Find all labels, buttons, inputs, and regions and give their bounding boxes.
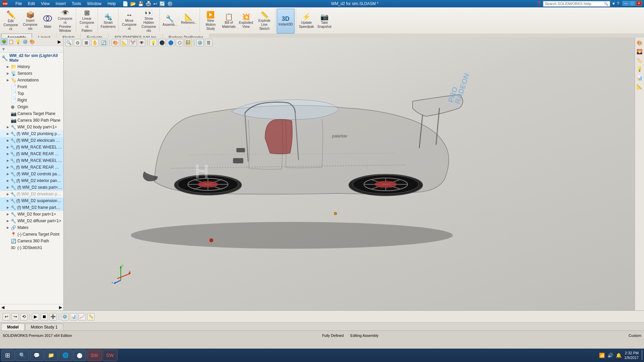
tree-item-seats[interactable]: ▶ 🔧 (f) WM_D2 seats part<1> — [0, 184, 63, 191]
filter-icon[interactable]: ▼ — [1, 47, 6, 52]
assembly-button[interactable]: 🔧 Assemb... — [161, 9, 178, 34]
move-component-button[interactable]: ↔️ MoveComponent — [120, 9, 139, 34]
search-taskbar-button[interactable]: 🔍 — [15, 350, 29, 361]
perspective-button[interactable]: ⬡ — [176, 39, 183, 46]
rebuild-icon[interactable]: 🔄 — [159, 1, 165, 6]
shadows-button[interactable]: 🌑 — [158, 39, 166, 46]
realview-button[interactable]: 💡 — [150, 39, 157, 46]
tree-item-annotations[interactable]: ▶ 🏷️ Annotations — [0, 77, 63, 83]
ambient-occlusion-button[interactable]: 🔵 — [167, 39, 174, 46]
dim-xpert-tab[interactable]: ⚙️ — [22, 38, 29, 45]
tree-item-frame[interactable]: ▶ 🔧 (f) WM_D2 frame part<1> — [0, 204, 63, 211]
bill-of-materials-button[interactable]: 📋 Bill ofMaterials — [221, 9, 237, 34]
tree-item-body[interactable]: ▶ 🔧 WM_D2 body part<1> — [0, 124, 63, 130]
render-tools-button[interactable]: ⚙️ — [196, 39, 204, 46]
tree-item-wheel-front-1[interactable]: ▶ 🔧 (f) WM_RACE WHEEL FRONT — [0, 144, 63, 150]
display-manager-tab[interactable]: 🎨 — [29, 38, 36, 45]
tree-item-suspension[interactable]: ▶ 🔧 (f) WM_D2 suspension part< — [0, 197, 63, 204]
tree-item-origin[interactable]: ⊕ Origin — [0, 104, 63, 110]
cmd-play[interactable]: ▶ — [32, 313, 39, 320]
notification-icon[interactable]: 🔔 — [616, 353, 622, 358]
menu-item-tools[interactable]: Tools — [70, 1, 83, 7]
tab-model[interactable]: Model — [1, 323, 24, 330]
render-tools-rp-button[interactable]: 💡 — [636, 65, 644, 73]
reference-button[interactable]: 📐 Referenc... — [179, 9, 198, 34]
mate-button[interactable]: Mate — [40, 9, 55, 34]
tree-item-interior[interactable]: ▶ 🔧 (f) WM_D2 interior panels pa — [0, 177, 63, 184]
tree-item-electricals[interactable]: ▶ 🔧 (f) WM_D2 electricals part<1 — [0, 137, 63, 144]
maximize-button[interactable]: □ — [629, 1, 635, 6]
solidworks-taskbar-button-1[interactable]: SW — [87, 350, 102, 361]
tree-item-3dsketch[interactable]: 3D (-) 3DSketch1 — [0, 244, 63, 251]
cmd-stop[interactable]: ⏹ — [41, 313, 48, 320]
tree-item-diffuser[interactable]: ▶ 🔧 WM_D2 diffuser part<1> — [0, 218, 63, 224]
cmd-table[interactable]: 📊 — [70, 313, 77, 320]
display-style-button[interactable]: 🎨 — [112, 39, 119, 46]
cmd-ruler[interactable]: 📏 — [87, 313, 95, 320]
file-explorer-button[interactable]: 📁 — [44, 350, 58, 361]
explode-line-sketch-button[interactable]: 📏 ExplodeLine Sketch — [255, 9, 274, 34]
menu-item-file[interactable]: File — [13, 1, 24, 7]
tree-item-history[interactable]: ▶ 📁 History — [0, 63, 63, 70]
tree-item-top[interactable]: 📄 Top — [0, 90, 63, 97]
assembly-root-title[interactable]: 🔧 WM_d2 for sim (Light<All Mate — [0, 53, 63, 63]
more-views-button[interactable]: ☰ — [205, 39, 212, 46]
smart-fasteners-button[interactable]: 🔩 SmartFasteners — [99, 9, 117, 34]
tree-item-sensors[interactable]: ▶ 📡 Sensors — [0, 70, 63, 77]
cartoon-button[interactable]: 🖼️ — [184, 39, 192, 46]
start-button[interactable]: ⊞ — [1, 350, 15, 361]
menu-item-edit[interactable]: Edit — [26, 1, 37, 7]
tree-item-camera-target-point[interactable]: 📍 (-) Camera Target Point — [0, 231, 63, 238]
tree-item-camera-360[interactable]: 📷 Camera 360 Path Plane — [0, 117, 63, 124]
menu-item-window[interactable]: Window — [85, 1, 104, 7]
instant3d-button[interactable]: 3D Instant3D — [277, 9, 294, 34]
help-button[interactable]: ? — [617, 1, 619, 6]
tab-motion-study[interactable]: Motion Study 1 — [25, 323, 63, 330]
minimize-button[interactable]: — — [623, 1, 629, 6]
view-orientation-button[interactable]: 📐 — [120, 39, 128, 46]
volume-icon[interactable]: 🔊 — [607, 353, 613, 358]
network-icon[interactable]: 📶 — [599, 353, 605, 358]
exploded-view-button[interactable]: 💥 ExplodedView — [238, 9, 255, 34]
insert-components-button[interactable]: 📦 InsertComponents — [21, 9, 40, 34]
scene-button[interactable]: 🌄 — [636, 48, 644, 56]
hide-show-items-button[interactable]: 👁️ — [138, 39, 145, 46]
display-states-button[interactable]: 📊 — [636, 74, 644, 82]
tree-item-camera-target-plane[interactable]: 📷 Camera Target Plane — [0, 110, 63, 117]
scroll-left-icon[interactable]: ◀ — [1, 305, 4, 310]
tree-item-drivetrain[interactable]: ▶ 🔧 (f) WM_D2 drivetrain part<1 — [0, 191, 63, 197]
new-motion-study-button[interactable]: ▶️ New MotionStudy — [201, 9, 220, 34]
undo-icon[interactable]: ↩ — [153, 1, 157, 6]
edge-browser-button[interactable]: 🌐 — [59, 350, 72, 361]
cmd-redo[interactable]: ↪ — [11, 313, 19, 320]
decals-button[interactable]: 🏷️ — [636, 56, 644, 64]
component-preview-button[interactable]: 👁️ ComponentPreviewWindow — [56, 9, 74, 34]
new-icon[interactable]: 📄 — [122, 1, 128, 6]
expand-sidebar[interactable]: ▶ — [56, 38, 63, 45]
tree-item-mates[interactable]: ▶ 🔗 Mates — [0, 224, 63, 231]
open-icon[interactable]: 📂 — [130, 1, 136, 6]
3d-viewport[interactable]: 🔍 ⊙ ⊞ ✋ 🔄 🎨 📐 ✂️ 👁️ 💡 🌑 🔵 ⬡ 🖼️ ⚙️ ☰ — [64, 38, 635, 310]
cmd-chart[interactable]: 📈 — [78, 313, 86, 320]
tree-item-wheel-rear-1[interactable]: ▶ 🔧 (f) WM_RACE REAR WHEEL T — [0, 150, 63, 157]
zoom-area-button[interactable]: ⊞ — [83, 39, 90, 46]
tree-item-wheel-rear-2[interactable]: ▶ 🔧 (f) WM_RACE REAR WHEEL T — [0, 164, 63, 171]
linear-pattern-button[interactable]: ⊞ LinearComponentPattern — [77, 9, 96, 34]
save-icon[interactable]: 💾 — [138, 1, 144, 6]
show-desktop-button[interactable] — [641, 350, 643, 360]
help-dropdown[interactable]: ▼ — [611, 1, 615, 6]
print-icon[interactable]: 🖨️ — [146, 1, 151, 6]
tree-item-plumbing[interactable]: ▶ 🔧 (f) WM_D2 plumbing part<1 — [0, 130, 63, 137]
config-manager-tab[interactable]: 💡 — [15, 38, 21, 45]
edit-component-button[interactable]: ✏️ EditComponent — [1, 9, 20, 34]
show-hidden-button[interactable]: 👀 Show HiddenComponents — [139, 9, 158, 34]
scroll-right-icon[interactable]: ▶ — [59, 305, 62, 310]
tree-item-wheel-front-2[interactable]: ▶ 🔧 (f) WM_RACE WHEEL FRONT — [0, 157, 63, 164]
tree-item-controls[interactable]: ▶ 🔧 (f) WM_D2 controls part<1> — [0, 171, 63, 177]
task-view-button[interactable]: 💬 — [30, 350, 44, 361]
cmd-undo[interactable]: ↩ — [3, 313, 10, 320]
rotate-button[interactable]: 🔄 — [100, 39, 107, 46]
cmd-rotate[interactable]: ⟲ — [20, 313, 28, 320]
cmd-settings[interactable]: ⚙️ — [61, 313, 68, 320]
menu-item-insert[interactable]: Insert — [54, 1, 68, 7]
